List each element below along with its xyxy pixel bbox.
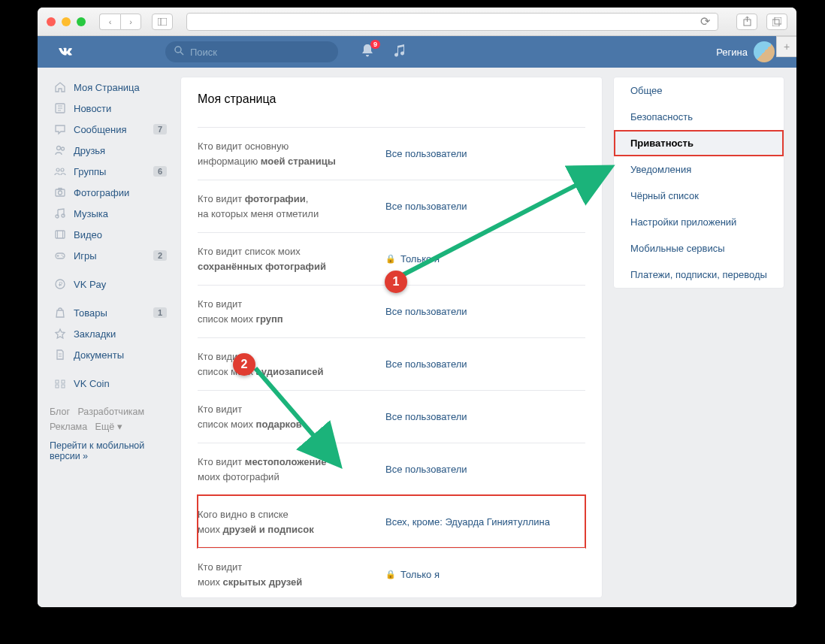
sidebar-toggle-button[interactable] xyxy=(152,14,173,30)
svg-rect-4 xyxy=(772,20,779,26)
privacy-label: Кого видно в спискемоих друзей и подписо… xyxy=(198,507,385,537)
minimize-window-button[interactable] xyxy=(62,17,71,26)
settings-tab[interactable]: Мобильные сервисы xyxy=(614,235,784,262)
footer-dev[interactable]: Разработчикам xyxy=(77,407,144,417)
svg-point-15 xyxy=(61,168,64,171)
settings-tab[interactable]: Общее xyxy=(614,77,784,104)
footer-more[interactable]: Ещё ▾ xyxy=(95,422,122,432)
settings-tab[interactable]: Уведомления xyxy=(614,156,784,183)
games-icon xyxy=(53,248,68,263)
annotation-circle-1: 1 xyxy=(385,271,407,293)
nav-news[interactable]: Новости xyxy=(50,98,170,119)
nav-badge: 2 xyxy=(153,250,167,261)
privacy-label: Кто видитсписок моих аудиозаписей xyxy=(198,349,385,379)
privacy-value[interactable]: Все пользователи xyxy=(385,139,585,168)
privacy-label: Кто видит список моихсохранённых фотогра… xyxy=(198,244,385,274)
nav-video[interactable]: Видео xyxy=(50,224,170,245)
settings-tab[interactable]: Приватность xyxy=(614,130,784,156)
privacy-value[interactable]: Все пользователи xyxy=(385,402,585,431)
back-button[interactable]: ‹ xyxy=(99,14,120,30)
nav-music[interactable]: Музыка xyxy=(50,203,170,224)
maximize-window-button[interactable] xyxy=(77,17,86,26)
privacy-value[interactable]: Все пользователи xyxy=(385,349,585,379)
nav-label: Видео xyxy=(74,229,102,240)
nav-pay[interactable]: ₽VK Pay xyxy=(50,274,170,295)
pay-icon: ₽ xyxy=(53,277,68,292)
svg-rect-37 xyxy=(62,385,65,388)
privacy-label: Кто видит фотографии,на которых меня отм… xyxy=(198,192,385,221)
search-icon xyxy=(174,46,184,58)
svg-point-14 xyxy=(56,168,59,171)
settings-tab[interactable]: Безопасность xyxy=(614,104,784,130)
reload-icon[interactable]: ⟳ xyxy=(700,14,710,29)
nav-badge: 6 xyxy=(153,166,167,177)
svg-point-29 xyxy=(62,256,64,258)
mobile-version-link[interactable]: Перейти к мобильнойверсии » xyxy=(50,440,170,461)
notification-badge: 9 xyxy=(370,40,380,49)
close-window-button[interactable] xyxy=(47,17,56,26)
nav-label: Группы xyxy=(74,166,106,177)
vk-header: Поиск 9 Регина ▾ xyxy=(38,36,796,68)
nav-star[interactable]: Закладки xyxy=(50,323,170,344)
svg-rect-36 xyxy=(56,385,59,388)
new-tab-button[interactable]: + xyxy=(776,36,796,57)
settings-tab[interactable]: Настройки приложений xyxy=(614,209,784,235)
home-icon xyxy=(53,80,68,95)
nav-label: Документы xyxy=(74,349,124,361)
svg-rect-35 xyxy=(62,380,65,383)
settings-tab[interactable]: Платежи, подписки, переводы xyxy=(614,262,784,288)
nav-friends[interactable]: Друзья xyxy=(50,140,170,161)
privacy-value[interactable]: Все пользователи xyxy=(385,455,585,484)
nav-groups[interactable]: Группы6 xyxy=(50,161,170,182)
video-icon xyxy=(53,227,68,242)
nav-coin[interactable]: VK Coin xyxy=(50,373,170,394)
privacy-value[interactable]: 🔒Только я xyxy=(385,244,585,274)
footer-ads[interactable]: Реклама xyxy=(50,422,87,432)
privacy-value[interactable]: 🔒Только я xyxy=(385,560,585,589)
nav-label: Новости xyxy=(74,103,111,114)
lock-icon: 🔒 xyxy=(385,254,396,264)
share-button[interactable] xyxy=(736,14,757,30)
nav-photo[interactable]: Фотографии xyxy=(50,182,170,203)
window-controls xyxy=(47,17,86,26)
nav-market[interactable]: Товары1 xyxy=(50,302,170,323)
browser-window: + ‹ › ⟳ Поиск 9 xyxy=(38,8,796,607)
footer-blog[interactable]: Блог xyxy=(50,407,70,417)
friends-icon xyxy=(53,143,68,158)
market-icon xyxy=(53,305,68,320)
privacy-row: Кто видит местоположениемоих фотографийВ… xyxy=(198,443,585,495)
svg-line-7 xyxy=(180,52,183,55)
tabs-button[interactable] xyxy=(766,14,787,30)
nav-games[interactable]: Игры2 xyxy=(50,245,170,266)
settings-tab[interactable]: Чёрный список xyxy=(614,183,784,209)
forward-button[interactable]: › xyxy=(120,14,141,30)
privacy-row: Кто видитсписок моих подарковВсе пользов… xyxy=(198,390,585,443)
msg-icon xyxy=(53,122,68,137)
privacy-value[interactable]: Все пользователи xyxy=(385,297,585,326)
vk-logo[interactable] xyxy=(56,42,75,62)
notifications-button[interactable]: 9 xyxy=(361,44,374,61)
music-button[interactable] xyxy=(394,44,406,60)
address-bar[interactable]: ⟳ xyxy=(186,13,718,31)
svg-rect-0 xyxy=(158,18,167,26)
privacy-value[interactable]: Все пользователи xyxy=(385,192,585,221)
avatar xyxy=(754,41,775,62)
nav-msg[interactable]: Сообщения7 xyxy=(50,119,170,140)
privacy-row: Кто видитсписок моих аудиозаписейВсе пол… xyxy=(198,337,585,390)
page-body: Моя СтраницаНовостиСообщения7ДрузьяГрупп… xyxy=(38,68,796,607)
privacy-row: Кто видит основнуюинформацию моей страни… xyxy=(198,127,585,180)
nav-home[interactable]: Моя Страница xyxy=(50,77,170,98)
nav-label: Сообщения xyxy=(74,124,127,135)
svg-point-20 xyxy=(62,214,65,217)
privacy-value[interactable]: Всех, кроме: Эдуарда Гиниятуллина xyxy=(385,507,585,537)
user-name: Регина xyxy=(716,47,748,58)
nav-label: VK Pay xyxy=(74,279,106,290)
svg-text:₽: ₽ xyxy=(59,281,62,288)
nav-label: Закладки xyxy=(74,328,116,340)
nav-docs[interactable]: Документы xyxy=(50,344,170,365)
privacy-row: Кто видитмоих скрытых друзей🔒Только я xyxy=(198,548,585,598)
user-menu[interactable]: Регина ▾ xyxy=(716,41,784,62)
privacy-row: Кого видно в спискемоих друзей и подписо… xyxy=(198,495,585,548)
search-input[interactable]: Поиск xyxy=(165,41,338,62)
svg-point-13 xyxy=(62,147,65,150)
